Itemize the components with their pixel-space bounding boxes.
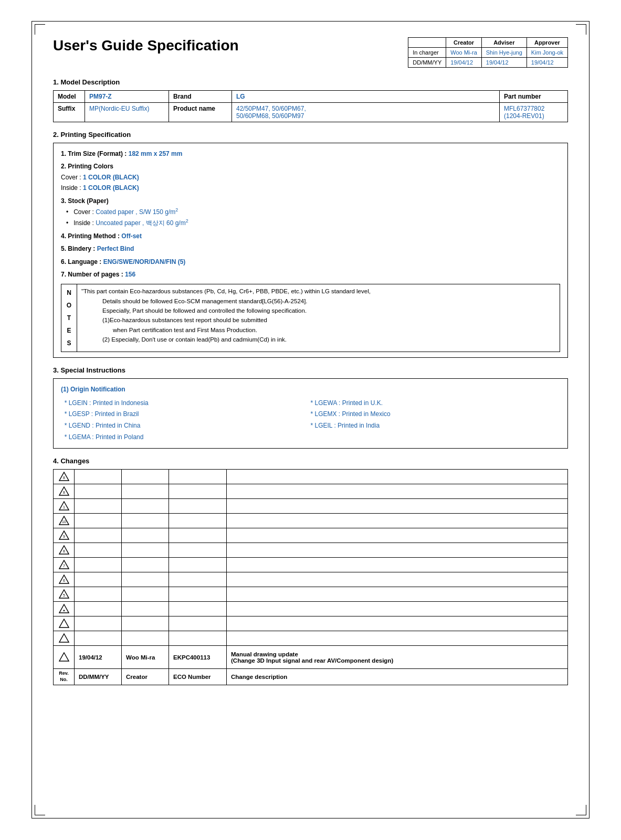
origin-heading: (1) Origin Notification <box>61 384 560 396</box>
desc-cell <box>227 514 568 528</box>
origin-lgein: * LGEIN : Printed in Indonesia <box>61 398 311 409</box>
approval-table: Creator Adviser Approver In charger Woo … <box>408 37 568 68</box>
table-row: ▲ <box>54 602 568 616</box>
part-value: MFL67377802(1204-REV01) <box>500 103 568 122</box>
col-adviser: Adviser <box>481 38 527 48</box>
spec-lang-value: ENG/SWE/NOR/DAN/FIN (5) <box>103 258 186 265</box>
creator-cell <box>122 528 169 543</box>
part-label: Part number <box>500 91 568 103</box>
triangle-icon: 7 <box>58 559 70 570</box>
product-label: Product name <box>169 103 232 122</box>
svg-text:9: 9 <box>63 535 65 538</box>
eco-cell <box>169 602 227 616</box>
svg-text:6: 6 <box>63 579 65 582</box>
eco-cell <box>169 587 227 602</box>
changes-footer-row: Rev.No. DD/MM/YY Creator ECO Number Chan… <box>54 669 568 685</box>
creator-name: Woo Mi-ra <box>446 48 482 58</box>
notes-content: "This part contain Eco-hazardous substan… <box>77 284 560 352</box>
rev-cell: 8 <box>54 543 75 558</box>
note-line4: (1)Eco-hazardous substances test report … <box>102 317 267 323</box>
section3-heading: 3. Special Instructions <box>53 366 568 374</box>
origin-lgemx: * LGEMX : Printed in Mexico <box>311 409 561 420</box>
desc-cell <box>227 470 568 484</box>
spec-stock: 3. Stock (Paper) • Cover : Coated paper … <box>61 196 560 229</box>
creator-date: 19/04/12 <box>446 58 482 68</box>
creator-cell <box>122 572 169 587</box>
note-line3: Especially, Part should be followed and … <box>102 307 307 314</box>
spec-cover-value: 1 COLOR (BLACK) <box>83 174 139 181</box>
approver-date: 19/04/12 <box>527 58 567 68</box>
spec-lang-label: 6. Language : <box>61 258 103 265</box>
spec-language: 6. Language : ENG/SWE/NOR/DAN/FIN (5) <box>61 257 560 267</box>
svg-text:10: 10 <box>62 520 66 524</box>
creator-cell <box>122 616 169 631</box>
triangle-icon: 8 <box>58 471 70 482</box>
eco-cell <box>169 572 227 587</box>
col-creator: Creator <box>446 38 482 48</box>
changes-data-row: 19/04/12 Woo Mi-ra EKPC400113 Manual dra… <box>54 646 568 669</box>
rev-cell: 8 <box>54 484 75 499</box>
header-row: User's Guide Specification Creator Advis… <box>53 37 568 68</box>
in-charger-label: In charger <box>408 48 446 58</box>
table-row: 9 <box>54 528 568 543</box>
table-row <box>54 616 568 631</box>
spec-colors-label: 2. Printing Colors <box>61 163 113 170</box>
change-desc-line2: (Change 3D Input signal and rear AV/Comp… <box>231 657 393 664</box>
eco-cell <box>169 528 227 543</box>
table-row: 8 <box>54 484 568 499</box>
adviser-name: Shin Hye-jung <box>481 48 527 58</box>
date-footer: DD/MM/YY <box>75 669 122 685</box>
date-cell <box>75 572 122 587</box>
rev-cell: 5 <box>54 587 75 602</box>
triangle-icon: 5 <box>58 589 70 599</box>
rev-cell: 1 <box>54 499 75 514</box>
table-row: 7 <box>54 558 568 572</box>
svg-marker-21 <box>59 634 69 642</box>
model-label: Model <box>54 91 85 103</box>
spec-stock-label: 3. Stock (Paper) <box>61 197 109 205</box>
changes-table: 8 8 1 10 <box>53 469 568 685</box>
spec-trim-value: 182 mm x 257 mm <box>129 150 183 157</box>
suffix-label: Suffix <box>54 103 85 122</box>
rev-cell: 9 <box>54 528 75 543</box>
creator-footer: Creator <box>122 669 169 685</box>
rev-cell: ▲ <box>54 602 75 616</box>
eco-cell <box>169 543 227 558</box>
rev-cell <box>54 646 75 669</box>
suffix-value: MP(Nordic-EU Suffix) <box>85 103 169 122</box>
table-row: 10 <box>54 514 568 528</box>
eco-cell <box>169 484 227 499</box>
date-cell <box>75 631 122 646</box>
desc-cell <box>227 572 568 587</box>
date-label: DD/MM/YY <box>408 58 446 68</box>
note-line5: when Part certification test and First M… <box>113 327 257 333</box>
spec-method-label: 4. Printing Method : <box>61 232 121 240</box>
date-cell <box>75 543 122 558</box>
table-row: 5 <box>54 587 568 602</box>
date-cell <box>75 528 122 543</box>
rev-cell <box>54 616 75 631</box>
svg-text:7: 7 <box>63 564 65 568</box>
page-title: User's Guide Specification <box>53 37 397 54</box>
note-line1: "This part contain Eco-hazardous substan… <box>81 288 371 294</box>
approver-name: Kim Jong-ok <box>527 48 567 58</box>
origin-lgend: * LGEND : Printed in China <box>61 420 311 432</box>
desc-cell <box>227 484 568 499</box>
date-cell <box>75 470 122 484</box>
spec-inside-label: Inside : <box>61 184 83 192</box>
rev-cell: 6 <box>54 572 75 587</box>
spec-colors: 2. Printing Colors Cover : 1 COLOR (BLAC… <box>61 161 560 193</box>
desc-cell <box>227 499 568 514</box>
note-line2: Details should be followed Eco-SCM manag… <box>102 298 308 304</box>
spec-bindery: 5. Bindery : Perfect Bind <box>61 243 560 254</box>
table-row <box>54 631 568 646</box>
desc-cell <box>227 631 568 646</box>
date-cell <box>75 514 122 528</box>
adviser-date: 19/04/12 <box>481 58 527 68</box>
svg-text:1: 1 <box>63 505 65 509</box>
section1-heading: 1. Model Description <box>53 78 568 86</box>
date-cell <box>75 499 122 514</box>
svg-text:8: 8 <box>63 549 65 553</box>
brand-value: LG <box>232 91 500 103</box>
model-table: Model PM97-Z Brand LG Part number Suffix… <box>53 90 568 122</box>
